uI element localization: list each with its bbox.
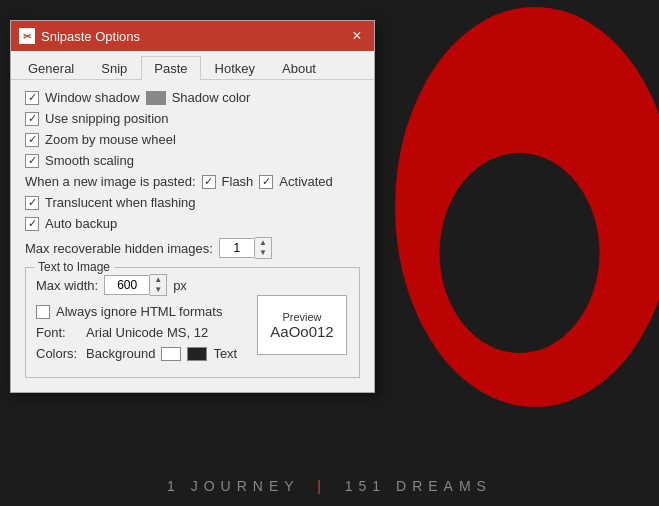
journey-text: 1 JOURNEY	[167, 478, 299, 494]
activated-checkbox[interactable]	[259, 175, 273, 189]
background-color-swatch[interactable]	[161, 347, 181, 361]
max-recoverable-row: Max recoverable hidden images: ▲ ▼	[25, 237, 360, 259]
max-width-spinner-up[interactable]: ▲	[150, 275, 166, 285]
bottom-tagline: 1 JOURNEY | 151 DREAMS	[0, 478, 659, 494]
tab-about[interactable]: About	[269, 56, 329, 80]
pipe-separator: |	[317, 478, 327, 494]
background-label: Background	[86, 346, 155, 361]
window-shadow-checkbox[interactable]	[25, 91, 39, 105]
close-button[interactable]: ×	[348, 27, 366, 45]
max-width-row: Max width: ▲ ▼ px	[36, 274, 349, 296]
shadow-color-swatch[interactable]	[146, 91, 166, 105]
window-shadow-label: Window shadow	[45, 90, 140, 105]
text-label: Text	[213, 346, 237, 361]
tab-general[interactable]: General	[15, 56, 87, 80]
smooth-scaling-label: Smooth scaling	[45, 153, 134, 168]
when-pasted-label: When a new image is pasted:	[25, 174, 196, 189]
max-width-unit: px	[173, 278, 187, 293]
max-recoverable-spinner: ▲ ▼	[219, 237, 272, 259]
spinner-buttons: ▲ ▼	[255, 237, 272, 259]
window-shadow-row: Window shadow Shadow color	[25, 90, 360, 105]
spinner-up-button[interactable]: ▲	[255, 238, 271, 248]
tab-bar: General Snip Paste Hotkey About	[11, 51, 374, 80]
tab-hotkey[interactable]: Hotkey	[202, 56, 268, 80]
max-width-spinner-down[interactable]: ▼	[150, 285, 166, 295]
tab-snip[interactable]: Snip	[88, 56, 140, 80]
zoom-mouse-wheel-checkbox[interactable]	[25, 133, 39, 147]
preview-sample: AaOo012	[270, 323, 333, 340]
activated-label: Activated	[279, 174, 332, 189]
always-ignore-html-checkbox[interactable]	[36, 305, 50, 319]
auto-backup-checkbox[interactable]	[25, 217, 39, 231]
flash-checkbox[interactable]	[202, 175, 216, 189]
titlebar: ✂ Snipaste Options ×	[11, 21, 374, 51]
max-width-input[interactable]	[104, 275, 150, 295]
options-dialog: ✂ Snipaste Options × General Snip Paste …	[10, 20, 375, 393]
preview-title: Preview	[282, 311, 321, 323]
font-field-label: Font:	[36, 325, 80, 340]
max-width-spinner: ▲ ▼	[104, 274, 167, 296]
always-ignore-html-label: Always ignore HTML formats	[56, 304, 222, 319]
dialog-title: Snipaste Options	[41, 29, 140, 44]
translucent-checkbox[interactable]	[25, 196, 39, 210]
translucent-row: Translucent when flashing	[25, 195, 360, 210]
flash-label: Flash	[222, 174, 254, 189]
app-icon: ✂	[19, 28, 35, 44]
smooth-scaling-checkbox[interactable]	[25, 154, 39, 168]
when-pasted-row: When a new image is pasted: Flash Activa…	[25, 174, 360, 189]
max-recoverable-label: Max recoverable hidden images:	[25, 241, 213, 256]
text-to-image-group: Text to Image Max width: ▲ ▼ px Always i…	[25, 267, 360, 378]
auto-backup-row: Auto backup	[25, 216, 360, 231]
text-color-swatch[interactable]	[187, 347, 207, 361]
preview-box: Preview AaOo012	[257, 295, 347, 355]
smooth-scaling-row: Smooth scaling	[25, 153, 360, 168]
content-area: Window shadow Shadow color Use snipping …	[11, 80, 374, 392]
snipping-position-row: Use snipping position	[25, 111, 360, 126]
translucent-label: Translucent when flashing	[45, 195, 196, 210]
font-value: Arial Unicode MS, 12	[86, 325, 208, 340]
colors-field-label: Colors:	[36, 346, 80, 361]
max-width-spinner-buttons: ▲ ▼	[150, 274, 167, 296]
snipping-position-label: Use snipping position	[45, 111, 169, 126]
auto-backup-label: Auto backup	[45, 216, 117, 231]
titlebar-left: ✂ Snipaste Options	[19, 28, 140, 44]
spinner-down-button[interactable]: ▼	[255, 248, 271, 258]
zoom-mouse-wheel-label: Zoom by mouse wheel	[45, 132, 176, 147]
max-recoverable-input[interactable]	[219, 238, 255, 258]
zoom-mouse-wheel-row: Zoom by mouse wheel	[25, 132, 360, 147]
snipping-position-checkbox[interactable]	[25, 112, 39, 126]
group-title: Text to Image	[34, 260, 114, 274]
dreams-text: 151 DREAMS	[345, 478, 492, 494]
tab-paste[interactable]: Paste	[141, 56, 200, 80]
max-width-label: Max width:	[36, 278, 98, 293]
shadow-color-label: Shadow color	[172, 90, 251, 105]
